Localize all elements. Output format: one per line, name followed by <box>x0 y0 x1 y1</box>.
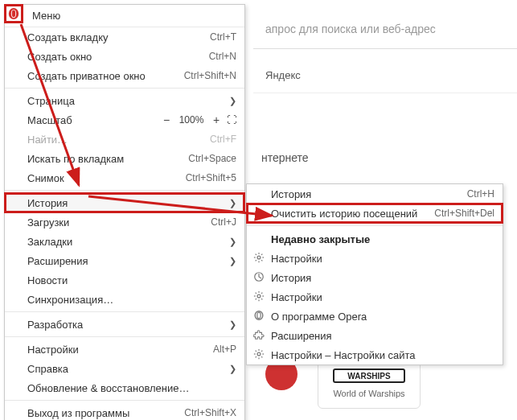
menu-item-help[interactable]: Справка ❯ <box>5 359 244 378</box>
menu-item-label: Обновление & восстановление… <box>27 382 236 394</box>
menu-item-shortcut: Ctrl+Shift+N <box>184 70 236 81</box>
svg-line-23 <box>261 293 262 294</box>
chevron-right-icon: ❯ <box>229 364 236 374</box>
chevron-right-icon: ❯ <box>229 96 236 106</box>
svg-point-26 <box>257 352 261 356</box>
menu-item-news[interactable]: Новости <box>5 270 244 290</box>
menu-separator <box>5 311 244 312</box>
recent-item[interactable]: О программе Opera <box>247 307 503 326</box>
menu-item-sync[interactable]: Синхронизация… <box>5 290 244 309</box>
menu-item-label: Расширения <box>27 255 224 267</box>
svg-point-15 <box>257 294 261 298</box>
recently-closed-header: Недавно закрытые <box>247 229 503 249</box>
svg-line-34 <box>261 351 262 352</box>
warships-logo-icon: WARSHIPS <box>329 364 409 387</box>
svg-line-33 <box>256 356 256 357</box>
menu-item-new-private[interactable]: Создать приватное окно Ctrl+Shift+N <box>5 66 244 85</box>
recent-item[interactable]: Расширения <box>247 326 503 345</box>
svg-line-10 <box>256 254 256 255</box>
menu-item-shortcut: Ctrl+T <box>210 31 236 43</box>
menu-item-label: Найти… <box>27 134 210 146</box>
submenu-item-history[interactable]: История Ctrl+H <box>247 184 503 204</box>
menu-separator <box>5 400 244 401</box>
menu-item-search-tabs[interactable]: Искать по вкладкам Ctrl+Space <box>5 149 244 168</box>
menu-item-snapshot[interactable]: Снимок Ctrl+Shift+5 <box>5 168 244 187</box>
svg-line-21 <box>261 299 262 299</box>
menu-item-new-window[interactable]: Создать окно Ctrl+N <box>5 47 244 66</box>
opera-icon <box>253 310 266 323</box>
zoom-in-button[interactable]: + <box>209 113 224 126</box>
recent-item[interactable]: Настройки – Настройки сайта <box>247 345 503 364</box>
fullscreen-button[interactable]: ⛶ <box>227 114 236 126</box>
menu-item-history[interactable]: История ❯ <box>5 193 244 212</box>
menu-item-label: Очистить историю посещений <box>271 208 434 220</box>
svg-line-11 <box>261 260 262 261</box>
recent-item-label: Настройки <box>271 291 494 303</box>
gear-icon <box>253 290 266 303</box>
menu-item-shortcut: Ctrl+F <box>210 134 236 145</box>
tile-caption: World of Warships <box>318 389 420 398</box>
menu-item-exit[interactable]: Выход из программы Ctrl+Shift+X <box>5 403 244 420</box>
submenu-item-clear-history[interactable]: Очистить историю посещений Ctrl+Shift+De… <box>247 204 503 223</box>
opera-menu-button[interactable] <box>4 4 23 23</box>
menu-item-shortcut: Alt+P <box>213 344 236 355</box>
main-menu: Меню Создать вкладку Ctrl+T Создать окно… <box>4 4 245 420</box>
menu-item-shortcut: Ctrl+H <box>467 188 494 200</box>
svg-line-13 <box>261 254 262 255</box>
menu-item-extensions[interactable]: Расширения ❯ <box>5 251 244 270</box>
menu-separator <box>247 225 503 226</box>
menu-separator <box>5 88 244 89</box>
menu-item-label: Выход из программы <box>27 407 184 419</box>
speed-dial-tile-warships[interactable]: WARSHIPS World of Warships <box>318 360 421 409</box>
chevron-right-icon: ❯ <box>229 319 236 330</box>
menu-item-label: Синхронизация… <box>27 294 236 306</box>
recent-item-label: Расширения <box>271 330 494 342</box>
zoom-out-button[interactable]: − <box>159 113 174 126</box>
clock-icon <box>253 271 266 284</box>
menu-item-label: Масштаб <box>27 114 159 126</box>
opera-icon <box>7 7 20 20</box>
menu-item-downloads[interactable]: Загрузки Ctrl+J <box>5 212 244 232</box>
menu-item-label: История <box>271 188 467 200</box>
search-internet-label: нтернете <box>261 151 309 164</box>
menu-item-new-tab[interactable]: Создать вкладку Ctrl+T <box>5 27 244 47</box>
menu-item-shortcut: Ctrl+N <box>209 51 236 62</box>
chevron-right-icon: ❯ <box>229 256 236 266</box>
menu-title: Меню <box>5 5 244 27</box>
address-bar-placeholder: апрос для поиска или веб-адрес <box>265 23 436 35</box>
gear-icon <box>253 348 266 361</box>
menu-item-find[interactable]: Найти… Ctrl+F <box>5 130 244 149</box>
menu-item-label: Создать вкладку <box>27 31 210 43</box>
svg-point-5 <box>257 256 261 259</box>
menu-item-label: Создать приватное окно <box>27 70 184 82</box>
menu-item-label: Снимок <box>27 172 186 184</box>
svg-line-12 <box>256 260 256 261</box>
menu-item-shortcut: Ctrl+Space <box>188 153 236 164</box>
recent-item[interactable]: Настройки <box>247 249 503 268</box>
svg-point-25 <box>257 312 261 319</box>
menu-item-shortcut: Ctrl+Shift+5 <box>186 172 236 183</box>
menu-item-page[interactable]: Страница ❯ <box>5 91 244 110</box>
menu-item-label: Создать окно <box>27 51 209 63</box>
recent-item-label: О программе Opera <box>271 311 494 323</box>
history-submenu: История Ctrl+H Очистить историю посещени… <box>246 183 503 365</box>
menu-item-label: Искать по вкладкам <box>27 153 188 165</box>
menu-item-label: История <box>27 197 224 209</box>
recent-item[interactable]: Настройки <box>247 287 503 307</box>
menu-item-bookmarks[interactable]: Закладки ❯ <box>5 232 244 251</box>
speed-dial-yandex-label: Яндекс <box>265 69 301 81</box>
svg-line-20 <box>256 293 256 294</box>
menu-item-update[interactable]: Обновление & восстановление… <box>5 378 244 397</box>
svg-line-22 <box>256 299 256 299</box>
menu-item-zoom: Масштаб − 100% + ⛶ <box>5 110 244 130</box>
menu-item-label: Страница <box>27 95 224 107</box>
recent-item[interactable]: История <box>247 268 503 287</box>
menu-item-label: Закладки <box>27 236 224 248</box>
menu-item-label: Новости <box>27 274 236 286</box>
menu-item-dev[interactable]: Разработка ❯ <box>5 315 244 334</box>
chevron-right-icon: ❯ <box>229 237 236 247</box>
menu-item-shortcut: Ctrl+J <box>211 216 236 228</box>
menu-item-settings[interactable]: Настройки Alt+P <box>5 340 244 359</box>
svg-line-31 <box>256 351 256 352</box>
menu-item-shortcut: Ctrl+Shift+X <box>184 407 236 418</box>
